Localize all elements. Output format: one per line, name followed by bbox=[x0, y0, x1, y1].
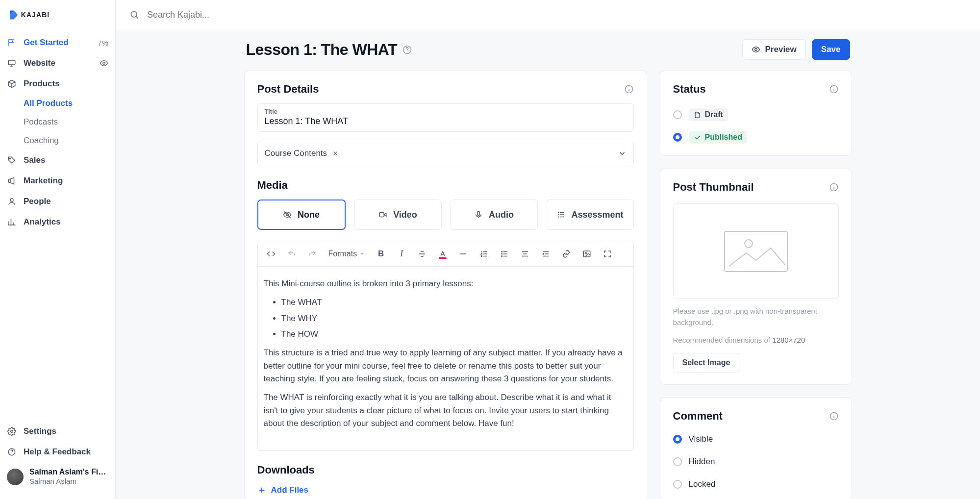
thumbnail-help: Please use .jpg or .png with non-transpa… bbox=[673, 306, 839, 328]
select-image-button[interactable]: Select Image bbox=[673, 353, 740, 373]
card-title: Post Details bbox=[257, 83, 319, 96]
radio-button[interactable] bbox=[673, 133, 682, 142]
nav-sales[interactable]: Sales bbox=[4, 150, 111, 171]
box-icon bbox=[7, 79, 17, 89]
tab-label: None bbox=[298, 210, 320, 220]
nav-help[interactable]: Help & Feedback bbox=[4, 442, 111, 462]
svg-point-18 bbox=[502, 253, 503, 254]
info-circle-icon[interactable] bbox=[829, 411, 839, 421]
flag-icon bbox=[7, 38, 17, 48]
comment-option-hidden[interactable]: Hidden bbox=[673, 457, 839, 467]
tab-label: Assessment bbox=[571, 210, 623, 220]
nav-sub-podcasts[interactable]: Podcasts bbox=[24, 113, 111, 131]
nav-label: Website bbox=[24, 58, 55, 68]
nav-marketing[interactable]: Marketing bbox=[4, 171, 111, 191]
svg-point-10 bbox=[131, 11, 137, 17]
text-color-button[interactable] bbox=[432, 244, 453, 264]
status-published-option[interactable]: Published bbox=[673, 131, 839, 144]
chevron-down-icon[interactable] bbox=[618, 149, 627, 158]
radio-button[interactable] bbox=[673, 110, 682, 119]
user-menu[interactable]: Salman Aslam's First ... Salman Aslam bbox=[4, 462, 111, 495]
nav-label: Products bbox=[24, 79, 60, 89]
media-tab-audio[interactable]: Audio bbox=[451, 200, 538, 230]
draft-badge: Draft bbox=[689, 108, 728, 121]
sidebar: KAJABI Get Started 7% Website Products bbox=[0, 0, 116, 499]
svg-rect-4 bbox=[8, 60, 15, 65]
editor-toolbar: Formats B I bbox=[258, 241, 633, 267]
downloads-heading: Downloads bbox=[257, 464, 634, 476]
mic-icon bbox=[474, 210, 483, 219]
svg-point-7 bbox=[10, 199, 13, 201]
nav-meta: 7% bbox=[98, 39, 108, 47]
bullet-list-button[interactable] bbox=[494, 244, 515, 264]
nav-sub-coaching[interactable]: Coaching bbox=[24, 131, 111, 150]
save-button[interactable]: Save bbox=[812, 39, 850, 60]
media-tab-video[interactable]: Video bbox=[354, 200, 442, 230]
info-circle-icon[interactable] bbox=[624, 84, 634, 94]
source-code-button[interactable] bbox=[261, 244, 281, 264]
nav-label: Analytics bbox=[24, 217, 61, 227]
comment-option-visible[interactable]: Visible bbox=[673, 434, 839, 444]
bold-button[interactable]: B bbox=[371, 244, 391, 264]
radio-button[interactable] bbox=[673, 435, 682, 444]
option-label: Visible bbox=[689, 434, 713, 444]
title-field[interactable]: Title Lesson 1: The WHAT bbox=[257, 103, 634, 132]
brand-logo[interactable]: KAJABI bbox=[0, 0, 115, 29]
button-label: Save bbox=[821, 45, 841, 54]
info-circle-icon[interactable] bbox=[829, 84, 839, 94]
svg-point-19 bbox=[502, 255, 503, 256]
horizontal-rule-button[interactable] bbox=[453, 244, 474, 264]
formats-dropdown[interactable]: Formats bbox=[323, 244, 371, 264]
comment-option-locked[interactable]: Locked bbox=[673, 479, 839, 489]
fullscreen-button[interactable] bbox=[597, 244, 618, 264]
close-icon[interactable] bbox=[332, 150, 339, 157]
link-button[interactable] bbox=[556, 244, 577, 264]
title-input[interactable]: Lesson 1: The WHAT bbox=[265, 115, 627, 126]
badge-label: Draft bbox=[705, 110, 723, 119]
card-title: Post Thumbnail bbox=[673, 181, 754, 194]
editor-body[interactable]: This Mini-course outline is broken into … bbox=[258, 267, 633, 450]
nav-analytics[interactable]: Analytics bbox=[4, 212, 111, 232]
strikethrough-button[interactable] bbox=[412, 244, 432, 264]
published-badge: Published bbox=[689, 131, 747, 144]
align-center-button[interactable] bbox=[515, 244, 535, 264]
svg-point-6 bbox=[9, 158, 10, 159]
status-card: Status Draft bbox=[660, 71, 852, 156]
ordered-list-button[interactable] bbox=[474, 244, 494, 264]
help-circle-icon[interactable] bbox=[402, 45, 412, 55]
nav-get-started[interactable]: Get Started 7% bbox=[4, 32, 111, 53]
svg-text:KAJABI: KAJABI bbox=[21, 10, 50, 18]
undo-button[interactable] bbox=[281, 244, 302, 264]
nav-settings[interactable]: Settings bbox=[4, 421, 111, 442]
user-icon bbox=[7, 197, 17, 206]
nav-website[interactable]: Website bbox=[4, 53, 111, 74]
status-draft-option[interactable]: Draft bbox=[673, 108, 839, 121]
button-label: Preview bbox=[765, 45, 797, 54]
megaphone-icon bbox=[7, 176, 17, 186]
nav-sub-all-products[interactable]: All Products bbox=[24, 94, 111, 113]
card-title: Status bbox=[673, 83, 706, 96]
italic-button[interactable]: I bbox=[391, 244, 412, 264]
nav-people[interactable]: People bbox=[4, 191, 111, 212]
info-circle-icon[interactable] bbox=[829, 182, 839, 192]
nav-products[interactable]: Products bbox=[4, 74, 111, 94]
editor-text: This Mini-course outline is broken into … bbox=[264, 277, 628, 290]
field-label: Title bbox=[265, 108, 627, 115]
indent-button[interactable] bbox=[535, 244, 556, 264]
image-button[interactable] bbox=[577, 244, 597, 264]
category-select[interactable]: Course Contents bbox=[257, 141, 634, 166]
editor-text: The WHAT is reinforcing exactly what it … bbox=[264, 391, 628, 430]
media-tab-assessment[interactable]: Assessment bbox=[547, 200, 634, 230]
radio-button[interactable] bbox=[673, 480, 682, 489]
add-files-button[interactable]: Add Files bbox=[257, 485, 634, 495]
media-tab-none[interactable]: None bbox=[257, 200, 346, 230]
monitor-icon bbox=[7, 58, 17, 68]
button-label: Add Files bbox=[271, 485, 309, 495]
redo-button[interactable] bbox=[302, 244, 323, 264]
search-input[interactable] bbox=[146, 9, 966, 21]
radio-button[interactable] bbox=[673, 457, 682, 466]
preview-button[interactable]: Preview bbox=[742, 39, 806, 60]
video-icon bbox=[378, 210, 387, 219]
post-details-card: Post Details Title Lesson 1: The WHAT Co bbox=[244, 71, 647, 499]
thumbnail-dropzone[interactable] bbox=[673, 203, 839, 299]
